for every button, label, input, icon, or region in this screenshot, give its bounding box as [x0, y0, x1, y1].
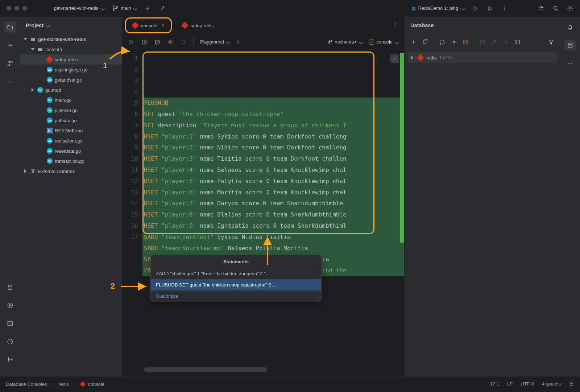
line-separator[interactable]: LF — [507, 381, 513, 388]
tree-node[interactable]: get-started-with-redis — [20, 34, 122, 44]
datasource-row[interactable]: redis 1 of 16 — [408, 52, 556, 63]
tree-node[interactable]: Gopubsub.go — [20, 115, 122, 125]
breadcrumb[interactable]: console — [88, 381, 104, 387]
datasource-properties-icon[interactable] — [451, 39, 457, 45]
code-with-me-icon[interactable] — [538, 5, 544, 12]
code-area[interactable]: ✓ FLUSHDBSET quest "the chicken coop cat… — [142, 50, 404, 376]
tab-console[interactable]: console× — [127, 19, 170, 32]
run-tool-button[interactable] — [5, 300, 16, 311]
session-selector[interactable]: console — [369, 39, 398, 45]
svg-rect-18 — [31, 169, 32, 173]
add-icon[interactable] — [410, 39, 417, 45]
tx-settings-icon[interactable] — [167, 39, 174, 45]
horizontal-scrollbar[interactable] — [144, 367, 267, 372]
history-icon[interactable] — [141, 39, 148, 45]
pull-icon[interactable] — [145, 5, 151, 12]
database-tool-button[interactable] — [565, 40, 576, 51]
database-tool-window: Database redis 1 of 16 — [404, 17, 560, 376]
redis-icon — [417, 54, 424, 61]
caret-position[interactable]: 17:1 — [490, 381, 499, 388]
tree-node[interactable]: Gomain.go — [20, 95, 122, 105]
tree-node[interactable]: M↓README.md — [20, 125, 122, 136]
breadcrumb[interactable]: redis — [59, 381, 69, 387]
tab-setup-redis[interactable]: setup.redis — [177, 19, 219, 32]
tabs-more-icon[interactable] — [393, 21, 399, 29]
popup-item-selected[interactable]: FLUSHDB SET quest "the chicken coop cata… — [151, 279, 321, 290]
editor[interactable]: 1234567891011121314151617 ✓ FLUSHDBSET q… — [122, 50, 404, 376]
terminal-tool-button[interactable] — [5, 318, 16, 329]
database-tool-button-left[interactable] — [5, 282, 16, 293]
more-right-button[interactable]: ⋯ — [565, 58, 576, 69]
tree-node[interactable]: Gogetandset.go — [20, 75, 122, 85]
settings-icon[interactable] — [567, 5, 573, 12]
run-icon[interactable] — [472, 5, 478, 12]
chevron-down-icon — [460, 6, 464, 10]
schema-selector[interactable]: <schema> — [327, 39, 362, 45]
chevron-down-icon — [133, 6, 137, 10]
readonly-lock-icon[interactable] — [569, 381, 574, 388]
close-icon[interactable]: × — [162, 22, 165, 28]
window-controls[interactable] — [7, 6, 27, 11]
svg-rect-19 — [33, 169, 34, 173]
search-icon[interactable] — [552, 5, 559, 12]
filter-icon[interactable] — [548, 39, 554, 45]
tree-node[interactable]: Goredisclient.go — [20, 136, 122, 146]
notifications-button[interactable] — [565, 22, 576, 33]
svg-text:P: P — [156, 41, 158, 44]
status-bar: Database Consoles› redis› console 17:1 L… — [0, 376, 580, 392]
execute-icon[interactable] — [128, 39, 134, 45]
database-tree[interactable]: redis 1 of 16 — [405, 50, 560, 65]
popup-customize-link[interactable]: Customize — [151, 290, 321, 302]
branch-icon — [112, 5, 119, 12]
playground-mode[interactable]: Playground — [200, 39, 230, 45]
editor-toolbar: P Playground <schema> console — [122, 34, 404, 50]
project-selector[interactable]: get-started-with-redis — [54, 5, 104, 11]
commit-tool-button[interactable] — [5, 40, 16, 51]
push-icon[interactable] — [159, 5, 166, 12]
explain-plan-icon[interactable]: P — [154, 39, 161, 45]
refresh-icon[interactable] — [439, 39, 446, 45]
branch-selector[interactable]: main — [112, 5, 137, 12]
tree-node[interactable]: testdata — [20, 44, 122, 54]
console-open-icon[interactable] — [514, 39, 521, 45]
indent-settings[interactable]: 4 spaces — [542, 381, 561, 388]
svg-point-2 — [116, 6, 118, 8]
duplicate-icon[interactable] — [422, 39, 428, 45]
breadcrumb[interactable]: Database Consoles — [6, 381, 47, 387]
callout-1: 1 — [103, 61, 107, 70]
edit-icon[interactable] — [491, 39, 497, 45]
problems-tool-button[interactable] — [5, 336, 16, 347]
tree-node[interactable]: Gogo.mod — [20, 85, 122, 95]
tree-node[interactable]: Gotransaction.go — [20, 156, 122, 166]
stop-icon[interactable] — [180, 39, 187, 45]
svg-rect-26 — [328, 40, 330, 42]
inspection-ok-icon[interactable]: ✓ — [390, 54, 399, 63]
project-tool-button[interactable] — [5, 22, 16, 33]
table-icon[interactable] — [479, 39, 486, 45]
project-tree[interactable]: get-started-with-redistestdatasetup.redi… — [20, 34, 122, 376]
structure-tool-button[interactable] — [5, 58, 16, 69]
popup-item[interactable]: ZADD "challenges" 1 "Enter the hidden du… — [151, 268, 321, 279]
more-tools-button[interactable]: ⋯ — [5, 76, 16, 87]
svg-point-1 — [113, 9, 115, 11]
run-config-selector[interactable]: ▦ RedisDemo 1: ping — [411, 5, 464, 11]
svg-point-4 — [540, 6, 542, 8]
tree-node[interactable]: External Libraries — [20, 166, 122, 176]
jump-icon[interactable] — [502, 39, 509, 45]
svg-rect-27 — [330, 40, 332, 42]
chevron-right-icon[interactable] — [236, 40, 239, 44]
tree-node[interactable]: Goresetdata.go — [20, 146, 122, 156]
project-tool-header[interactable]: Project — [20, 17, 122, 34]
vcs-tool-button[interactable] — [5, 354, 16, 365]
svg-point-15 — [8, 357, 9, 358]
svg-point-24 — [170, 41, 171, 43]
debug-icon[interactable] — [486, 5, 493, 12]
object-count: 1 of 16 — [439, 55, 453, 60]
svg-point-16 — [8, 361, 9, 362]
more-actions-icon[interactable] — [501, 4, 508, 12]
tree-node[interactable]: Gopipeline.go — [20, 105, 122, 115]
popup-title: Statements — [151, 255, 321, 268]
disconnect-icon[interactable] — [462, 39, 469, 45]
editor-tabs: console× setup.redis — [122, 17, 404, 34]
file-encoding[interactable]: UTF-8 — [521, 381, 534, 388]
